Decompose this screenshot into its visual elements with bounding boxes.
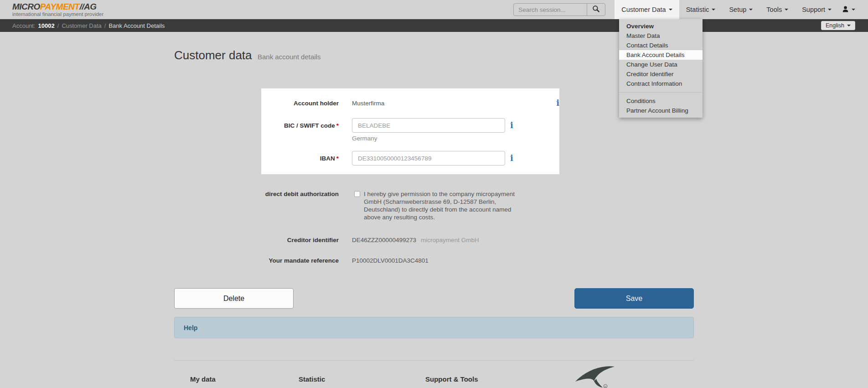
chevron-down-icon	[847, 25, 851, 26]
info-icon[interactable]: i	[556, 99, 559, 107]
page-title: Customer data	[174, 48, 252, 62]
nav-item-statistic[interactable]: Statistic	[679, 0, 723, 19]
footer-heading-my-data: My data	[190, 375, 299, 383]
search-button[interactable]	[587, 4, 605, 16]
brand-logo-text: MICROPAYMENT//AG	[12, 2, 103, 11]
dropdown-item-conditions[interactable]: Conditions	[619, 96, 703, 106]
footer-heading-statistic: Statistic	[299, 375, 425, 383]
breadcrumb-account-label: Account:	[12, 22, 36, 29]
help-label: Help	[184, 324, 197, 331]
chevron-down-icon	[785, 9, 788, 10]
dropdown-item-partner-account-billing[interactable]: Partner Account Billing	[619, 106, 703, 115]
page-heading: Customer data Bank account details	[174, 48, 694, 62]
main-nav: Customer Data Statistic Setup Tools Supp…	[615, 0, 855, 19]
dropdown-divider	[619, 92, 703, 93]
creditor-identifier-row: Creditor identifier DE46ZZZ00000499273 m…	[174, 237, 694, 243]
language-label: English	[826, 22, 844, 29]
save-button[interactable]: Save	[574, 288, 694, 309]
dropdown-item-contract-information[interactable]: Contract Information	[619, 79, 703, 88]
logo-part-micro: MICRO	[12, 2, 40, 11]
breadcrumb-bar: Account: 10002 / Customer Data / Bank Ac…	[0, 19, 868, 32]
form-actions: Delete Save	[174, 288, 694, 309]
nav-item-setup[interactable]: Setup	[722, 0, 760, 19]
chevron-down-icon	[749, 9, 753, 10]
direct-debit-checkbox[interactable]	[354, 191, 360, 197]
creditor-identifier-label: Creditor identifier	[174, 237, 339, 243]
nav-item-label: Setup	[729, 6, 746, 13]
dropdown-item-bank-account-details[interactable]: Bank Account Details	[619, 50, 703, 60]
required-asterisk: *	[336, 122, 339, 129]
nav-item-label: Customer Data	[621, 6, 666, 13]
mandate-reference-label: Your mandate reference	[174, 257, 339, 264]
brand-logo[interactable]: MICROPAYMENT//AG international financial…	[12, 2, 103, 17]
chevron-down-icon	[828, 9, 832, 10]
bank-details-panel: Account holder Musterfirma i BIC / SWIFT…	[261, 88, 559, 174]
bic-label: BIC / SWIFT code*	[261, 122, 339, 129]
nav-item-label: Tools	[766, 6, 782, 13]
customer-data-dropdown: Overview Master Data Contact Details Ban…	[619, 19, 703, 118]
search-input[interactable]	[514, 4, 587, 16]
logo-part-ag: //AG	[79, 2, 96, 11]
account-holder-label: Account holder	[261, 100, 339, 107]
footer-heading-support-tools: Support & Tools	[425, 375, 478, 383]
creditor-company-name: micropayment GmbH	[421, 237, 479, 243]
micropayment-bird-logo-icon: R	[574, 363, 620, 388]
dropdown-item-contact-details[interactable]: Contact Details	[619, 41, 703, 50]
language-selector-button[interactable]: English	[821, 21, 855, 30]
nav-item-customer-data[interactable]: Customer Data	[615, 0, 679, 19]
info-icon[interactable]: i	[510, 121, 513, 129]
page-subtitle: Bank account details	[258, 53, 320, 61]
required-asterisk: *	[336, 155, 339, 162]
user-menu[interactable]	[838, 0, 855, 19]
main-content: Customer data Bank account details Accou…	[174, 48, 694, 383]
nav-item-label: Support	[802, 6, 825, 13]
iban-row: IBAN* i	[261, 151, 559, 166]
breadcrumb-current-page: Bank Account Details	[108, 22, 165, 29]
mandate-reference-value: P10002DLV0001DA3C4801	[352, 257, 429, 264]
nav-item-support[interactable]: Support	[795, 0, 838, 19]
page-footer: My data Statistic Support & Tools R MICR…	[174, 360, 694, 383]
iban-input[interactable]	[352, 151, 505, 166]
account-holder-value: Musterfirma	[352, 100, 384, 107]
search-icon	[592, 5, 600, 14]
dropdown-item-creditor-identifier[interactable]: Creditor Identifier	[619, 69, 703, 79]
chevron-down-icon	[712, 9, 715, 10]
dropdown-item-change-user-data[interactable]: Change User Data	[619, 60, 703, 69]
person-icon	[842, 5, 849, 14]
help-accordion-header[interactable]: Help	[174, 317, 694, 338]
bic-row: BIC / SWIFT code* i	[261, 118, 559, 133]
breadcrumb-customer-data-link[interactable]: Customer Data	[62, 22, 101, 29]
breadcrumb-separator: /	[104, 22, 106, 29]
bic-input[interactable]	[352, 118, 505, 133]
breadcrumb-account-number: 10002	[38, 22, 55, 29]
dropdown-item-master-data[interactable]: Master Data	[619, 31, 703, 41]
direct-debit-row: direct debit authorization I hereby give…	[174, 190, 694, 221]
nav-item-label: Statistic	[686, 6, 709, 13]
breadcrumb-separator: /	[57, 22, 59, 29]
mandate-reference-row: Your mandate reference P10002DLV0001DA3C…	[174, 257, 694, 264]
session-search-group	[513, 3, 605, 16]
brand-tagline: international financial payment provider	[12, 11, 103, 17]
chevron-down-icon	[669, 9, 672, 10]
direct-debit-permission-text: I hereby give permission to the company …	[364, 190, 515, 221]
info-icon[interactable]: i	[510, 154, 513, 162]
delete-button[interactable]: Delete	[174, 288, 294, 309]
direct-debit-label: direct debit authorization	[174, 190, 339, 198]
iban-label: IBAN*	[261, 155, 339, 162]
account-holder-row: Account holder Musterfirma i	[261, 96, 559, 110]
logo-part-payment: PAYMENT	[40, 2, 80, 11]
chevron-down-icon	[852, 9, 855, 10]
creditor-identifier-value: DE46ZZZ00000499273	[352, 237, 416, 243]
nav-item-tools[interactable]: Tools	[760, 0, 795, 19]
top-navbar: MICROPAYMENT//AG international financial…	[0, 0, 868, 19]
dropdown-item-overview[interactable]: Overview	[619, 21, 703, 31]
bic-country-hint: Germany	[352, 135, 559, 142]
